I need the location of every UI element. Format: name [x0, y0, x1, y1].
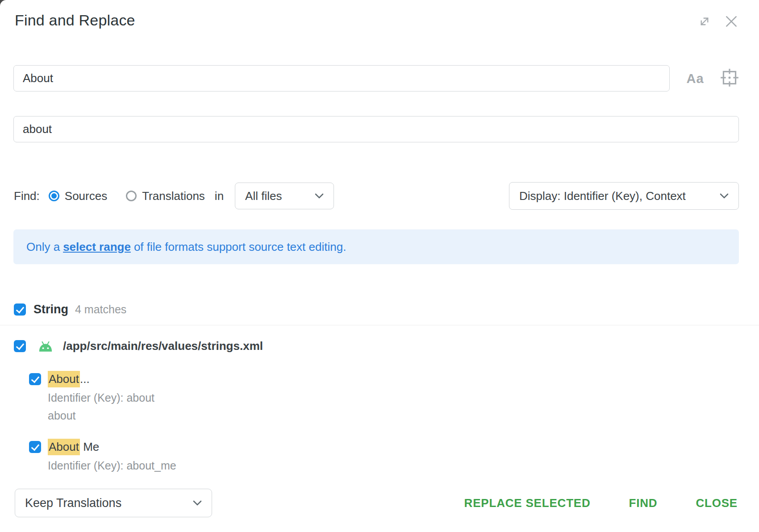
- in-label: in: [215, 189, 224, 203]
- find-button[interactable]: FIND: [629, 496, 658, 510]
- close-dialog-button[interactable]: CLOSE: [696, 496, 738, 510]
- match-identifier: Identifier (Key): about_me: [48, 457, 176, 474]
- find-and-replace-dialog: Find and Replace Aa: [0, 0, 759, 532]
- match-identifier: Identifier (Key): about: [48, 389, 154, 407]
- match-row: About... Identifier (Key): about about: [29, 372, 154, 424]
- match-checkbox[interactable]: [29, 441, 41, 453]
- chevron-down-icon: [193, 500, 202, 506]
- expand-icon: [697, 14, 712, 29]
- string-group-row: String 4 matches: [14, 303, 126, 316]
- chevron-down-icon: [315, 193, 324, 199]
- match-rest: Me: [80, 440, 99, 453]
- radio-sources-label[interactable]: Sources: [65, 189, 107, 203]
- footer-actions: REPLACE SELECTED FIND CLOSE: [464, 496, 738, 510]
- selection-frame-icon: [719, 67, 740, 88]
- match-text: About Me: [48, 440, 99, 454]
- replace-input[interactable]: [13, 116, 739, 142]
- info-banner: Only a select range of file formats supp…: [13, 229, 739, 264]
- display-select-value: Display: Identifier (Key), Context: [519, 189, 686, 203]
- string-group-checkbox[interactable]: [14, 303, 26, 316]
- file-checkbox[interactable]: [14, 340, 26, 352]
- match-text: About...: [48, 372, 90, 386]
- file-path: /app/src/main/res/values/strings.xml: [63, 339, 263, 353]
- files-scope-value: All files: [245, 189, 282, 203]
- search-input[interactable]: [13, 65, 670, 91]
- chevron-down-icon: [720, 193, 729, 199]
- matches-count: 4 matches: [75, 303, 126, 316]
- match-checkbox[interactable]: [29, 373, 41, 385]
- match-rest: ...: [80, 372, 90, 386]
- close-icon: [723, 13, 739, 29]
- radio-translations[interactable]: [126, 191, 137, 201]
- close-button[interactable]: [721, 12, 741, 31]
- page-title: Find and Replace: [15, 12, 135, 29]
- radio-sources[interactable]: [49, 191, 59, 201]
- match-highlight: About: [48, 439, 80, 455]
- files-scope-select[interactable]: All files: [235, 183, 334, 209]
- banner-text-suffix: of file formats support source text edit…: [134, 240, 346, 254]
- divider: [0, 325, 759, 325]
- replace-selected-button[interactable]: REPLACE SELECTED: [464, 496, 591, 510]
- keep-translations-select[interactable]: Keep Translations: [15, 489, 212, 517]
- android-icon: [37, 340, 54, 353]
- radio-translations-label[interactable]: Translations: [142, 189, 205, 203]
- match-context: about: [48, 407, 154, 424]
- banner-text-prefix: Only a: [26, 240, 60, 254]
- find-options-row: Find: Sources Translations in All files: [14, 182, 334, 210]
- keep-translations-value: Keep Translations: [25, 496, 121, 510]
- display-select[interactable]: Display: Identifier (Key), Context: [509, 182, 739, 210]
- banner-link[interactable]: select range: [63, 240, 131, 254]
- file-row: /app/src/main/res/values/strings.xml: [14, 339, 263, 353]
- match-row: About Me Identifier (Key): about_me: [29, 440, 176, 474]
- select-element-button[interactable]: [718, 66, 741, 89]
- expand-button[interactable]: [696, 12, 713, 30]
- find-label: Find:: [14, 189, 40, 203]
- string-group-label: String: [33, 303, 68, 316]
- match-highlight: About: [48, 371, 80, 387]
- match-case-button[interactable]: Aa: [682, 69, 708, 88]
